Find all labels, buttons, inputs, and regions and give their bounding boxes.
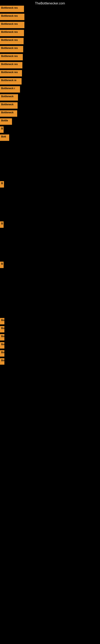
bottleneck-item-5[interactable]: Bottleneck res xyxy=(0,38,24,44)
bottleneck-item-6[interactable]: Bottleneck res xyxy=(0,46,23,52)
bottleneck-item-23[interactable]: Bo xyxy=(0,334,4,340)
bottleneck-item-8[interactable]: Bottleneck res xyxy=(0,62,22,68)
bottleneck-item-15[interactable]: Bottle xyxy=(0,118,12,125)
bottleneck-item-26[interactable]: Bo xyxy=(0,358,4,365)
bottleneck-item-14[interactable]: Bottleneck xyxy=(0,110,17,117)
bottleneck-item-4[interactable]: Bottleneck res xyxy=(0,30,24,36)
bottleneck-item-20[interactable]: B xyxy=(0,262,3,268)
bottleneck-item-10[interactable]: Bottleneck re xyxy=(0,78,22,84)
bottleneck-item-24[interactable]: Bo xyxy=(0,342,4,348)
bottleneck-item-13[interactable]: Bottleneck xyxy=(0,102,18,109)
bottleneck-item-12[interactable]: Bottleneck xyxy=(0,94,18,100)
bottleneck-item-19[interactable]: B xyxy=(0,222,3,228)
bottleneck-item-9[interactable]: Bottleneck res xyxy=(0,70,22,76)
bottleneck-item-3[interactable]: Bottleneck res xyxy=(0,22,24,28)
bottleneck-item-25[interactable]: Bo xyxy=(0,350,4,356)
bottleneck-item-2[interactable]: Bottleneck res xyxy=(0,14,24,20)
bottleneck-item-18[interactable]: B xyxy=(0,181,4,188)
bottleneck-item-17[interactable]: Bott xyxy=(0,134,9,141)
bottleneck-item-1[interactable]: Bottleneck res xyxy=(0,6,24,12)
bottleneck-item-11[interactable]: Bottleneck r xyxy=(0,86,20,92)
bottleneck-item-22[interactable]: Bo xyxy=(0,326,4,332)
bottleneck-item-7[interactable]: Bottleneck res xyxy=(0,54,23,60)
bottleneck-item-21[interactable]: Bo xyxy=(0,318,4,324)
bottleneck-item-16[interactable]: B xyxy=(0,126,3,133)
